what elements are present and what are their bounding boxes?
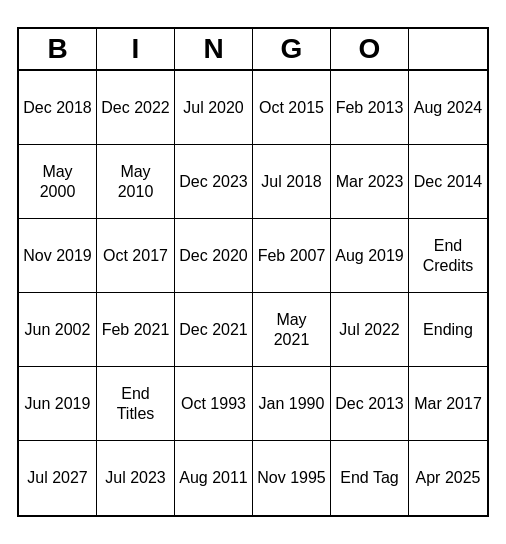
header-g: G xyxy=(253,29,331,69)
bingo-cell-3: Oct 2015 xyxy=(253,71,331,145)
bingo-cell-21: May 2021 xyxy=(253,293,331,367)
bingo-cell-6: May 2000 xyxy=(19,145,97,219)
bingo-cell-17: End Credits xyxy=(409,219,487,293)
bingo-cell-13: Oct 2017 xyxy=(97,219,175,293)
bingo-header: B I N G O xyxy=(19,29,487,71)
bingo-cell-10: Mar 2023 xyxy=(331,145,409,219)
bingo-cell-5: Aug 2024 xyxy=(409,71,487,145)
bingo-cell-1: Dec 2022 xyxy=(97,71,175,145)
bingo-cell-2: Jul 2020 xyxy=(175,71,253,145)
bingo-cell-0: Dec 2018 xyxy=(19,71,97,145)
bingo-cell-16: Aug 2019 xyxy=(331,219,409,293)
bingo-cell-11: Dec 2014 xyxy=(409,145,487,219)
bingo-cell-35: Apr 2025 xyxy=(409,441,487,515)
bingo-cell-25: End Titles xyxy=(97,367,175,441)
bingo-cell-12: Nov 2019 xyxy=(19,219,97,293)
bingo-cell-33: Nov 1995 xyxy=(253,441,331,515)
bingo-cell-24: Jun 2019 xyxy=(19,367,97,441)
bingo-cell-19: Feb 2021 xyxy=(97,293,175,367)
bingo-cell-18: Jun 2002 xyxy=(19,293,97,367)
bingo-cell-30: Jul 2027 xyxy=(19,441,97,515)
bingo-cell-4: Feb 2013 xyxy=(331,71,409,145)
bingo-cell-20: Dec 2021 xyxy=(175,293,253,367)
header-o: O xyxy=(331,29,409,69)
bingo-cell-23: Ending xyxy=(409,293,487,367)
bingo-cell-7: May 2010 xyxy=(97,145,175,219)
bingo-cell-31: Jul 2023 xyxy=(97,441,175,515)
bingo-cell-15: Feb 2007 xyxy=(253,219,331,293)
bingo-cell-22: Jul 2022 xyxy=(331,293,409,367)
bingo-cell-29: Mar 2017 xyxy=(409,367,487,441)
header-b: B xyxy=(19,29,97,69)
bingo-cell-26: Oct 1993 xyxy=(175,367,253,441)
header-i: I xyxy=(97,29,175,69)
bingo-cell-14: Dec 2020 xyxy=(175,219,253,293)
header-n: N xyxy=(175,29,253,69)
bingo-cell-8: Dec 2023 xyxy=(175,145,253,219)
bingo-cell-32: Aug 2011 xyxy=(175,441,253,515)
bingo-grid: Dec 2018Dec 2022Jul 2020Oct 2015Feb 2013… xyxy=(19,71,487,515)
header-extra xyxy=(409,29,487,69)
bingo-cell-28: Dec 2013 xyxy=(331,367,409,441)
bingo-cell-9: Jul 2018 xyxy=(253,145,331,219)
bingo-card: B I N G O Dec 2018Dec 2022Jul 2020Oct 20… xyxy=(17,27,489,517)
bingo-cell-34: End Tag xyxy=(331,441,409,515)
bingo-cell-27: Jan 1990 xyxy=(253,367,331,441)
